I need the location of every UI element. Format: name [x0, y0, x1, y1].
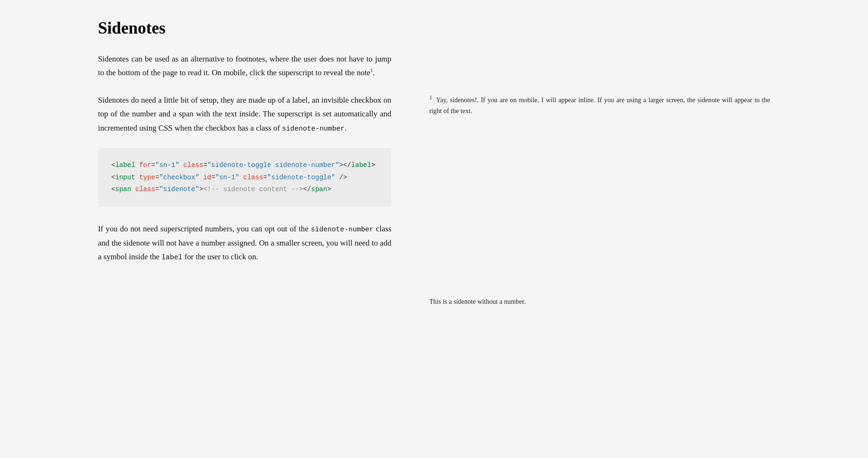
main-content: Sidenotes Sidenotes can be used as an al… [98, 19, 391, 308]
sidenote-number-1: 1 [429, 94, 432, 101]
intro-paragraph: Sidenotes can be used as an alternative … [98, 52, 391, 80]
attr-class-1: class [183, 161, 203, 169]
attr-id: id [203, 174, 211, 181]
code-block: <label for="sn-1" class="sidenote-toggle… [98, 148, 391, 207]
sidenote-1-text: Yay, sidenotes!. If you are on mobile, I… [429, 96, 770, 114]
attr-class-2: class [243, 174, 263, 181]
attr-for-value: "sn-1" [155, 161, 179, 169]
opt-out-suffix: for the user to click on. [185, 252, 258, 261]
page-title: Sidenotes [98, 19, 391, 38]
tag-span-close: span [311, 185, 327, 193]
attr-class-3: class [135, 185, 155, 193]
attr-class-value-3: "sidenote" [159, 185, 199, 193]
tag-input: input [115, 174, 135, 181]
label-code: label [161, 254, 182, 261]
opt-out-code: sidenote-number [311, 226, 374, 233]
setup-period: . [345, 123, 346, 132]
tag-span: span [115, 185, 131, 193]
sidenote-column: 1 Yay, sidenotes!. If you are on mobile,… [391, 19, 770, 308]
attr-for: for [139, 161, 151, 169]
sidenote-spacer [429, 135, 770, 287]
attr-id-value: "sn-1" [215, 174, 239, 181]
intro-period: . [373, 68, 375, 77]
opt-out-paragraph: If you do not need superscripted numbers… [98, 222, 391, 264]
code-line-1: <label for="sn-1" class="sidenote-toggle… [111, 159, 378, 171]
attr-type: type [139, 174, 155, 181]
setup-paragraph: Sidenotes do need a little bit of setup,… [98, 93, 391, 135]
setup-text: Sidenotes do need a little bit of setup,… [98, 96, 391, 132]
sidenote-2-text: This is a sidenote without a number. [429, 298, 526, 305]
sidenote-number-code: sidenote-number [282, 125, 345, 132]
code-comment: <!-- sidenote content --> [203, 185, 303, 193]
sidenote-1: 1 Yay, sidenotes!. If you are on mobile,… [429, 19, 770, 116]
intro-text: Sidenotes can be used as an alternative … [98, 54, 391, 77]
tag-label: label [115, 161, 135, 169]
page-layout: Sidenotes Sidenotes can be used as an al… [79, 19, 789, 308]
attr-class-value-1: "sidenote-toggle sidenote-number" [207, 161, 339, 169]
code-line-3: <span class="sidenote"><!-- sidenote con… [111, 184, 378, 195]
code-line-2: <input type="checkbox" id="sn-1" class="… [111, 172, 378, 184]
attr-type-value: "checkbox" [159, 174, 199, 181]
tag-label-close: label [351, 161, 371, 169]
sidenote-2: This is a sidenote without a number. [429, 287, 770, 307]
attr-class-value-2: "sidenote-toggle" [267, 174, 336, 181]
opt-out-prefix: If you do not need superscripted numbers… [98, 224, 309, 233]
